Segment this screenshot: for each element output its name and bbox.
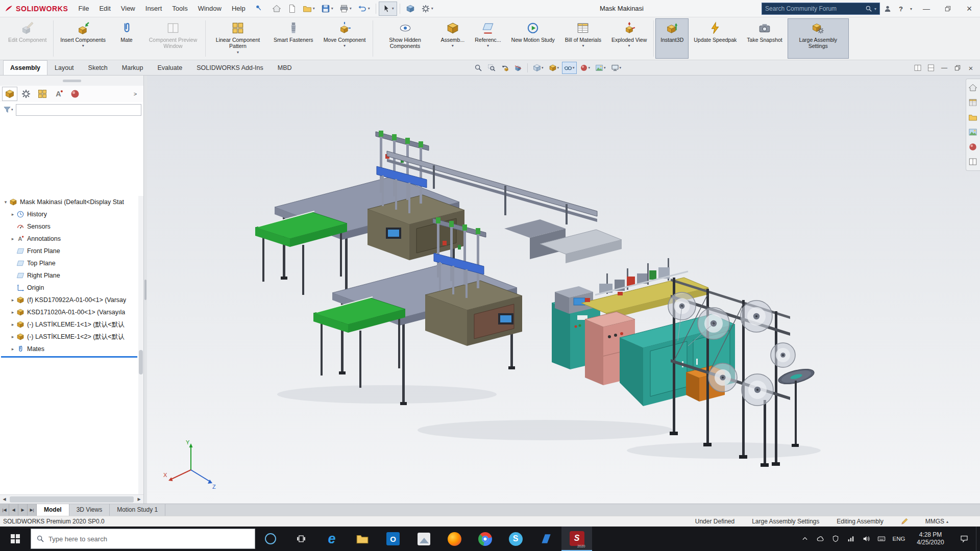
edge-button[interactable]: e bbox=[316, 527, 347, 551]
chrome-button[interactable] bbox=[470, 527, 500, 551]
filter-button[interactable]: ▾ bbox=[2, 105, 14, 115]
taskbar-clock[interactable]: 4:28 PM 4/25/2020 bbox=[909, 531, 952, 546]
tree-item-component-ksd170922a[interactable]: ▸ (f) KSD170922A-01-00<1> (Varsay bbox=[0, 294, 138, 306]
home-button[interactable] bbox=[269, 2, 284, 16]
tab-configuration-manager[interactable] bbox=[35, 87, 50, 101]
expander-icon[interactable]: ▾ bbox=[2, 199, 9, 205]
display-style-button[interactable]: ▾ bbox=[547, 62, 561, 74]
ribbon-show-hidden-components[interactable]: Show Hidden Components bbox=[375, 18, 436, 59]
chevron-down-icon[interactable]: ▾ bbox=[874, 7, 876, 11]
tree-item-mates[interactable]: ▸ Mates bbox=[0, 343, 138, 355]
community-search-box[interactable]: ▾ bbox=[762, 3, 880, 15]
expander-icon[interactable]: ▸ bbox=[9, 297, 16, 303]
menu-insert[interactable]: Insert bbox=[140, 0, 167, 17]
community-search-input[interactable] bbox=[765, 5, 863, 12]
expander-icon[interactable]: ▸ bbox=[9, 346, 16, 352]
cortana-button[interactable] bbox=[255, 527, 286, 551]
task-pane-view-palette-button[interactable] bbox=[966, 126, 979, 139]
restore-button[interactable] bbox=[937, 1, 959, 17]
ribbon-large-assembly-settings[interactable]: Large Assembly Settings bbox=[788, 18, 849, 59]
task-pane-file-explorer-button[interactable] bbox=[966, 111, 979, 124]
new-document-button[interactable] bbox=[284, 2, 300, 16]
tree-item-component-lastikleme-1[interactable]: ▸ (-) LASTİKLEME-1<1> (默认<默认 bbox=[0, 318, 138, 331]
expander-icon[interactable]: ▸ bbox=[9, 236, 16, 241]
tree-item-component-lastikleme-2[interactable]: ▸ (-) LASTİKLEME-1<2> (默认<默认 bbox=[0, 331, 138, 343]
task-view-button[interactable] bbox=[286, 527, 316, 551]
orientation-triad[interactable]: Y X Z bbox=[161, 438, 217, 489]
solidworks-taskbar-button[interactable]: S2020 bbox=[561, 527, 592, 551]
tab-dimxpert-manager[interactable] bbox=[51, 87, 66, 101]
undo-button[interactable]: ▾ bbox=[355, 2, 373, 16]
tray-expand-button[interactable] bbox=[797, 527, 813, 551]
network-button[interactable] bbox=[843, 527, 859, 551]
task-pane-appearances-button[interactable] bbox=[966, 140, 979, 154]
document-minimize-button[interactable]: — bbox=[938, 62, 950, 74]
scroll-left-arrow[interactable]: ◀ bbox=[0, 497, 9, 502]
ribbon-take-snapshot[interactable]: Take Snapshot bbox=[742, 18, 787, 59]
ribbon-mate[interactable]: Mate bbox=[111, 18, 142, 59]
document-restore-button[interactable] bbox=[951, 62, 964, 74]
tree-filter-input[interactable] bbox=[16, 104, 141, 116]
tab-display-manager[interactable] bbox=[67, 87, 83, 101]
elastic-disk[interactable] bbox=[777, 366, 816, 447]
tab-property-manager[interactable] bbox=[18, 87, 34, 101]
ribbon-linear-component-pattern[interactable]: Linear Component Pattern▾ bbox=[207, 18, 268, 59]
tab-sketch[interactable]: Sketch bbox=[81, 60, 115, 75]
help-dropdown-icon[interactable]: ▾ bbox=[906, 7, 916, 11]
ribbon-assembly-features[interactable]: Assemb...▾ bbox=[436, 18, 470, 59]
zoom-fit-button[interactable] bbox=[472, 62, 484, 74]
ribbon-smart-fasteners[interactable]: Smart Fasteners bbox=[268, 18, 318, 59]
tree-item-sensors[interactable]: Sensors bbox=[0, 220, 138, 233]
file-explorer-button[interactable] bbox=[347, 527, 378, 551]
tree-item-history[interactable]: ▸ History bbox=[0, 208, 138, 220]
hide-show-items-button[interactable]: ▾ bbox=[562, 62, 577, 74]
tab-markup[interactable]: Markup bbox=[115, 60, 151, 75]
scroll-right-arrow[interactable]: ▶ bbox=[135, 497, 143, 502]
snip-tool-button[interactable] bbox=[408, 527, 439, 551]
close-button[interactable]: × bbox=[959, 1, 980, 17]
firefox-button[interactable] bbox=[439, 527, 470, 551]
large-assembly-settings-label[interactable]: Large Assembly Settings bbox=[752, 518, 819, 525]
ribbon-update-speedpak[interactable]: Update Speedpak bbox=[689, 18, 742, 59]
unit-system-selector[interactable]: MMGS ▴ bbox=[925, 518, 948, 525]
task-pane-custom-properties-button[interactable] bbox=[966, 155, 979, 168]
section-view-button[interactable] bbox=[512, 62, 524, 74]
tab-scroll-next-button[interactable]: ▶ bbox=[18, 504, 28, 516]
task-pane-design-library-button[interactable] bbox=[966, 96, 979, 109]
tree-vertical-scrollbar[interactable] bbox=[138, 196, 143, 494]
panel-tabs-expand-button[interactable]: > bbox=[129, 87, 141, 101]
user-account-icon[interactable] bbox=[880, 5, 895, 13]
expander-icon[interactable]: ▸ bbox=[9, 212, 16, 217]
help-button[interactable]: ? bbox=[895, 5, 906, 13]
split-pane-vertical-button[interactable] bbox=[925, 62, 937, 74]
ribbon-instant3d[interactable]: Instant3D bbox=[655, 18, 689, 59]
task-pane-home-button[interactable] bbox=[966, 81, 979, 94]
tab-scroll-last-button[interactable]: ▶| bbox=[28, 504, 37, 516]
search-icon[interactable] bbox=[865, 5, 872, 12]
ribbon-new-motion-study[interactable]: New Motion Study bbox=[506, 18, 560, 59]
ribbon-component-preview-window[interactable]: Component Preview Window bbox=[142, 18, 204, 59]
volume-button[interactable] bbox=[859, 527, 874, 551]
print-button[interactable]: ▾ bbox=[336, 2, 355, 16]
tab-scroll-first-button[interactable]: |◀ bbox=[0, 504, 9, 516]
show-desktop-button[interactable] bbox=[976, 527, 980, 551]
menu-window[interactable]: Window bbox=[193, 0, 227, 17]
tab-evaluate[interactable]: Evaluate bbox=[151, 60, 190, 75]
view-orientation-button[interactable]: ▾ bbox=[531, 62, 546, 74]
tree-item-component-ksd171020a[interactable]: ▸ KSD171020A-01-00<1> (Varsayıla bbox=[0, 306, 138, 318]
security-button[interactable] bbox=[828, 527, 843, 551]
minimize-button[interactable]: — bbox=[916, 1, 937, 17]
assembly-3d-model[interactable] bbox=[147, 76, 980, 504]
expander-icon[interactable]: ▸ bbox=[9, 310, 16, 315]
zoom-area-button[interactable] bbox=[485, 62, 498, 74]
edit-appearance-button[interactable]: ▾ bbox=[578, 62, 593, 74]
rollback-bar[interactable] bbox=[1, 356, 137, 358]
language-indicator[interactable]: ENG bbox=[889, 536, 909, 542]
panel-collapse-handle[interactable] bbox=[0, 76, 143, 86]
pin-menu-icon[interactable] bbox=[251, 4, 266, 13]
taskbar-search-box[interactable] bbox=[31, 529, 255, 549]
ribbon-insert-components[interactable]: Insert Components▾ bbox=[55, 18, 111, 59]
menu-help[interactable]: Help bbox=[227, 0, 251, 17]
splitter-grip[interactable] bbox=[144, 280, 146, 300]
previous-view-button[interactable] bbox=[499, 62, 511, 74]
